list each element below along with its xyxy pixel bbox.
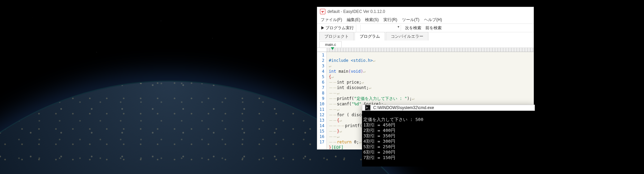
line-number: 1 (317, 52, 324, 58)
ide-titlebar[interactable]: default - EasyIDEC Ver 0.1.12.0 (317, 7, 534, 16)
code-token: void (351, 69, 361, 74)
ide-toolbar: プログラム実行 次を検索 前を検索 (317, 23, 534, 32)
ide-app-icon (320, 9, 325, 14)
tab-compile-error[interactable]: コンパイルエラー (386, 32, 428, 40)
code-token: 0; (351, 140, 359, 144)
eof-marker: [EOF] (331, 145, 343, 149)
file-tabs: main.c (317, 40, 534, 48)
line-number: 16 (317, 134, 324, 139)
tab-program[interactable]: プログラム (355, 32, 385, 40)
code-line: int price; (337, 80, 361, 85)
editor-ruler[interactable] (327, 48, 534, 52)
code-line: #include <stdio.h> (329, 58, 373, 63)
cmd-line: 2割引 = 400円 (363, 128, 395, 133)
ide-menubar: ファイル(F) 編集(E) 検索(S) 実行(R) ツール(T) ヘルプ(H) (317, 16, 534, 23)
code-token: printf( (345, 123, 362, 128)
cmd-line: 定価を入力して下さい : 500 (363, 117, 423, 122)
cmd-line: 7割引 = 150円 (363, 155, 395, 160)
line-number: 17 (317, 139, 324, 145)
menu-edit[interactable]: 編集(E) (347, 17, 360, 23)
code-token: main (336, 69, 348, 74)
line-number: 15 (317, 128, 324, 134)
ide-title-text: default - EasyIDEC Ver 0.1.12.0 (327, 9, 385, 14)
line-number: 14 (317, 123, 324, 128)
menu-help[interactable]: ヘルプ(H) (424, 17, 442, 23)
find-next-button[interactable]: 次を検索 (405, 25, 421, 31)
line-number: 11 (317, 107, 324, 112)
ide-view-tabs: プロジェクト プログラム コンパイルエラー (317, 32, 534, 40)
line-number-gutter: 1 2 3 4 5 6 7 8 9 10 11 12 13 14 15 16 1… (317, 52, 327, 149)
file-tab-main-c[interactable]: main.c (319, 41, 342, 48)
menu-run[interactable]: 実行(R) (383, 17, 397, 23)
cmd-icon: >_ (365, 105, 370, 110)
code-token: ); (407, 96, 412, 101)
cmd-titlebar[interactable]: >_ C:\WINDOWS\system32\cmd.exe (362, 105, 535, 111)
line-number: 4 (317, 69, 324, 74)
menu-search[interactable]: 検索(S) (365, 17, 379, 23)
code-token: int (329, 69, 336, 74)
code-token: scanf( (337, 102, 351, 106)
menu-file[interactable]: ファイル(F) (321, 17, 342, 23)
ruler-gutter (317, 48, 327, 52)
code-token: return (337, 140, 351, 144)
code-string: "定価を入力して下さい : " (354, 96, 407, 101)
play-icon (321, 26, 324, 30)
line-number: 10 (317, 101, 324, 107)
run-program-label: プログラム実行 (325, 25, 354, 31)
toolbar-dropdown[interactable] (360, 25, 401, 31)
line-number: 7 (317, 85, 324, 90)
run-program-button[interactable]: プログラム実行 (319, 24, 356, 32)
line-number: 13 (317, 118, 324, 123)
line-number: 5 (317, 74, 324, 80)
code-string: "%d" (351, 102, 361, 106)
cmd-window: >_ C:\WINDOWS\system32\cmd.exe 定価を入力して下さ… (362, 105, 535, 145)
line-number: 8 (317, 90, 324, 96)
menu-tools[interactable]: ツール(T) (402, 17, 419, 23)
cmd-line: 5割引 = 250円 (363, 144, 395, 149)
tab-project[interactable]: プロジェクト (319, 32, 354, 40)
cmd-line: 1割引 = 450円 (363, 122, 395, 127)
cmd-line: 4割引 = 300円 (363, 139, 395, 144)
cmd-line: 3割引 = 350円 (363, 133, 395, 138)
ruler-caret-marker (331, 47, 334, 50)
cmd-output[interactable]: 定価を入力して下さい : 500 1割引 = 450円 2割引 = 400円 3… (362, 111, 535, 167)
line-number: 12 (317, 112, 324, 118)
code-token: printf( (337, 96, 354, 101)
code-line: int discount; (337, 85, 369, 90)
find-prev-button[interactable]: 前を検索 (425, 25, 442, 31)
line-number: 2 (317, 58, 324, 63)
line-number: 3 (317, 63, 324, 69)
cmd-title-text: C:\WINDOWS\system32\cmd.exe (373, 105, 434, 110)
line-number: 9 (317, 96, 324, 101)
cmd-line: 6割引 = 200円 (363, 150, 395, 155)
line-number: 6 (317, 80, 324, 85)
